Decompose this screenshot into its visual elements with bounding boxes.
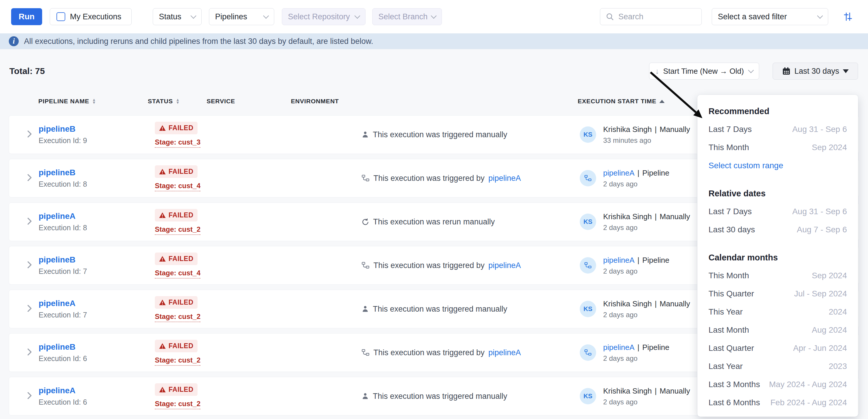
column-header-pipeline-name[interactable]: PIPELINE NAME ▲▼: [38, 98, 96, 105]
executor-name: Krishika Singh: [603, 299, 652, 309]
my-executions-checkbox[interactable]: [57, 12, 65, 21]
executor-name: Krishika Singh: [603, 125, 652, 134]
chevron-down-icon: [354, 13, 360, 19]
pipeline-name-link[interactable]: pipelineA: [39, 299, 87, 308]
date-option[interactable]: This Month Sep 2024: [709, 266, 847, 285]
saved-filter-dropdown[interactable]: Select a saved filter: [712, 8, 828, 25]
column-header-status[interactable]: STATUS ▲▼: [148, 98, 180, 105]
date-option[interactable]: This Quarter Jul - Sep 2024: [709, 285, 847, 303]
caret-down-icon: [843, 69, 849, 73]
menu-section-relative-dates: Relative dates: [709, 182, 847, 202]
expand-chevron-icon[interactable]: [24, 261, 32, 268]
execution-time: 2 days ago: [603, 311, 690, 319]
trigger-text: This execution was triggered manually: [373, 392, 507, 401]
pipeline-avatar-icon: [584, 262, 592, 269]
executor-pipeline-link[interactable]: pipelineA: [603, 168, 634, 178]
search-box[interactable]: [600, 8, 702, 25]
executor-avatar: KS: [580, 388, 596, 405]
pipeline-name-link[interactable]: pipelineB: [39, 342, 87, 352]
failed-stage-link[interactable]: Stage: cust_2: [155, 225, 200, 235]
user-icon: [362, 392, 369, 400]
pipeline-avatar-icon: [584, 349, 592, 356]
info-icon: i: [9, 36, 19, 46]
pipeline-trigger-icon: [362, 349, 370, 357]
pipeline-trigger-icon: [362, 261, 370, 269]
date-option[interactable]: Last 7 Days Aug 31 - Sep 6: [709, 120, 847, 138]
user-icon: [362, 131, 369, 138]
executor-name: Krishika Singh: [603, 387, 652, 396]
run-button[interactable]: Run: [11, 8, 42, 25]
pipeline-name-link[interactable]: pipelineB: [39, 255, 87, 264]
date-range-button[interactable]: Last 30 days: [773, 63, 858, 79]
date-option[interactable]: Last 6 Months Feb 2024 - Aug 2024: [709, 393, 847, 412]
executor-pipeline-link[interactable]: pipelineA: [603, 256, 634, 265]
info-banner: i All executions, including reruns and c…: [0, 33, 868, 49]
execution-id: Execution Id: 7: [39, 311, 87, 319]
failed-stage-link[interactable]: Stage: cust_2: [155, 400, 200, 409]
pipeline-name-link[interactable]: pipelineA: [39, 386, 87, 395]
expand-chevron-icon[interactable]: [24, 392, 32, 399]
expand-chevron-icon[interactable]: [24, 174, 32, 181]
executor-avatar: KS: [580, 214, 596, 230]
menu-section-recommended: Recommended: [709, 100, 847, 120]
failed-stage-link[interactable]: Stage: cust_2: [155, 356, 200, 366]
expand-chevron-icon[interactable]: [24, 304, 32, 312]
trigger-pipeline-link[interactable]: pipelineA: [489, 261, 521, 270]
status-filter-dropdown[interactable]: Status: [153, 8, 202, 25]
user-icon: [362, 305, 369, 313]
rerun-icon: [362, 218, 369, 226]
filter-settings-button[interactable]: [842, 8, 854, 25]
date-option[interactable]: Last 3 Months May 2024 - Aug 2024: [709, 376, 847, 393]
column-header-environment: ENVIRONMENT: [291, 98, 339, 105]
branch-filter-dropdown[interactable]: Select Branch: [372, 8, 442, 25]
warning-icon: [159, 168, 166, 175]
failed-stage-link[interactable]: Stage: cust_3: [155, 138, 200, 148]
sliders-icon: [842, 11, 853, 22]
chevron-down-icon: [748, 67, 754, 73]
executor-avatar: [580, 170, 596, 186]
expand-chevron-icon[interactable]: [24, 348, 32, 355]
pipelines-filter-dropdown[interactable]: Pipelines: [209, 8, 274, 25]
execution-time: 2 days ago: [603, 267, 669, 275]
search-input[interactable]: [618, 12, 696, 21]
failed-stage-link[interactable]: Stage: cust_4: [155, 269, 200, 279]
executor-pipeline-link[interactable]: pipelineA: [603, 343, 634, 352]
date-option[interactable]: Last 30 days Aug 7 - Sep 6: [709, 221, 847, 239]
execution-time: 2 days ago: [603, 354, 669, 362]
status-badge: FAILED: [155, 209, 197, 222]
trigger-text: This execution was triggered by: [373, 261, 485, 270]
my-executions-toggle[interactable]: My Executions: [50, 8, 132, 25]
date-option[interactable]: This Month Sep 2024: [709, 138, 847, 157]
executor-avatar: KS: [580, 126, 596, 143]
date-option[interactable]: Last Month Aug 2024: [709, 321, 847, 339]
warning-icon: [159, 125, 166, 131]
date-option[interactable]: Last 7 Days Aug 31 - Sep 6: [709, 202, 847, 221]
expand-chevron-icon[interactable]: [24, 130, 32, 137]
trigger-mode: Manually: [660, 125, 690, 134]
pipeline-name-link[interactable]: pipelineA: [39, 212, 87, 221]
trigger-text: This execution was triggered manually: [373, 304, 507, 314]
execution-id: Execution Id: 8: [39, 180, 87, 188]
select-custom-range-link[interactable]: Select custom range: [709, 157, 847, 175]
pipeline-avatar-icon: [584, 174, 592, 182]
date-option[interactable]: Last Quarter Apr - Jun 2024: [709, 339, 847, 357]
warning-icon: [159, 256, 166, 262]
pipeline-name-link[interactable]: pipelineB: [39, 124, 87, 134]
sort-dropdown[interactable]: ↓ Start Time (New → Old): [649, 63, 759, 79]
date-option[interactable]: Last Year 2023: [709, 357, 847, 376]
failed-stage-link[interactable]: Stage: cust_4: [155, 182, 200, 191]
repository-filter-dropdown[interactable]: Select Repository: [282, 8, 366, 25]
trigger-pipeline-link[interactable]: pipelineA: [489, 174, 521, 183]
executor-avatar: KS: [580, 301, 596, 317]
date-option[interactable]: This Year 2024: [709, 303, 847, 321]
date-option[interactable]: Last 12 Months Aug 2023 - Aug 2024: [709, 412, 847, 417]
sort-both-icon: ▲▼: [92, 98, 96, 104]
failed-stage-link[interactable]: Stage: cust_2: [155, 313, 200, 322]
chevron-down-icon: [190, 13, 196, 19]
column-header-execution-start-time[interactable]: EXECUTION START TIME: [578, 98, 664, 105]
top-toolbar: Run My Executions Status Pipelines Selec…: [0, 0, 868, 33]
expand-chevron-icon[interactable]: [24, 217, 32, 225]
pipeline-name-link[interactable]: pipelineB: [39, 168, 87, 177]
trigger-mode: Pipeline: [642, 168, 670, 178]
trigger-pipeline-link[interactable]: pipelineA: [489, 348, 521, 357]
